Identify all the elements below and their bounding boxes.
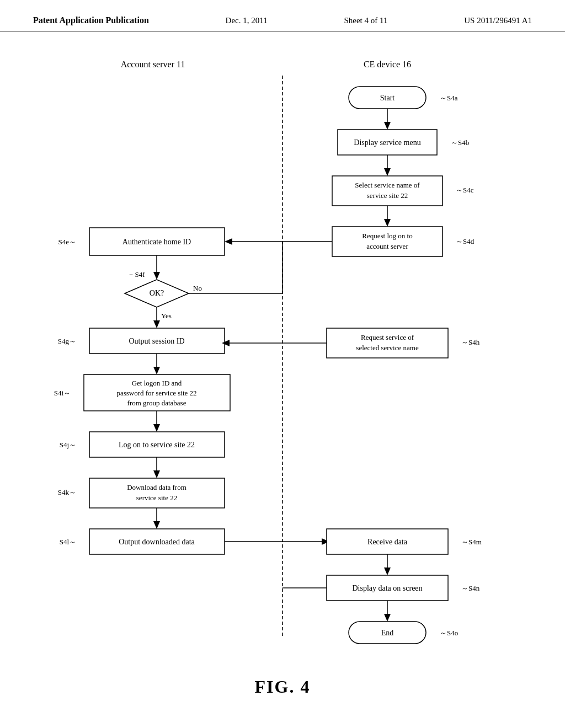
step-s4j-id: S4j～ [60, 441, 76, 449]
arrowhead-s4i-s4j [153, 424, 160, 432]
step-s4n-id: ～S4n [461, 584, 480, 592]
step-s4h-text2: selected service name [356, 344, 419, 352]
step-s4e-text: Authenticate home ID [122, 238, 191, 246]
step-s4m-id: ～S4m [461, 538, 482, 546]
header-sheet: Sheet 4 of 11 [344, 16, 387, 25]
step-s4i-text1: Get logon ID and [132, 379, 182, 387]
step-s4k-text1: Download data from [127, 483, 186, 491]
step-s4k-text2: service site 22 [136, 494, 177, 502]
step-s4b-id: ～S4b [451, 138, 469, 147]
step-s4d-text2: account server [366, 242, 408, 250]
step-s4l-text: Output downloaded data [119, 538, 195, 546]
step-s4c-text2: service site 22 [367, 191, 408, 200]
account-server-label: Account server 11 [121, 60, 185, 69]
header-patent: US 2011/296491 A1 [464, 16, 532, 25]
header-publication: Patent Application Publication [33, 15, 149, 25]
step-s4a-label: Start [380, 94, 395, 102]
arrowhead-s4b-s4c [384, 168, 391, 176]
step-s4c-id: ～S4c [456, 186, 474, 194]
arrowhead-s4j-s4k [153, 470, 160, 478]
fig-label: FIG. 4 [0, 677, 565, 697]
arrowhead-s4a-s4b [384, 122, 391, 130]
step-s4l-id: S4l～ [60, 538, 76, 546]
step-s4o-text: End [381, 629, 394, 637]
step-s4e-id: S4e～ [58, 238, 77, 246]
step-s4k-id: S4k～ [58, 488, 76, 496]
step-s4i-id: S4i～ [54, 389, 71, 397]
ce-device-label: CE device 16 [364, 60, 411, 69]
step-s4j-text: Log on to service site 22 [119, 441, 195, 449]
step-s4c-text1: Select service name of [355, 181, 420, 189]
step-s4n-text: Display data on screen [352, 584, 422, 592]
diagram-area: Account server 11 CE device 16 Start ～S4… [0, 31, 565, 671]
step-s4h-text1: Request service of [361, 333, 414, 341]
arrowhead-s4n-s4o [384, 614, 391, 622]
no-label: No [193, 284, 202, 292]
step-s4g-text: Output session ID [129, 337, 184, 345]
arrowhead-yes [153, 320, 160, 328]
step-s4i-text2: password for service site 22 [116, 389, 196, 397]
arrowhead-s4k-s4l [153, 521, 160, 529]
step-s4b-text: Display service menu [354, 138, 420, 147]
step-s4d-text1: Request log on to [362, 232, 412, 240]
step-s4h-id: ～S4h [461, 338, 480, 346]
step-s4i-text3: from group database [127, 399, 186, 407]
page-header: Patent Application Publication Dec. 1, 2… [0, 0, 565, 31]
step-s4a-id: ～S4a [440, 94, 458, 102]
yes-label: Yes [161, 312, 172, 320]
step-s4f-text: OK? [150, 289, 164, 297]
arrowhead-s4g-s4i [153, 367, 160, 374]
step-s4d-id: ～S4d [456, 237, 475, 245]
arrowhead-s4m-s4n [384, 568, 391, 575]
step-s4o-id: ～S4o [440, 629, 458, 637]
header-date: Dec. 1, 2011 [226, 16, 268, 25]
step-s4m-text: Receive data [367, 538, 408, 546]
arrowhead-s4d-s4e [225, 238, 232, 245]
arrowhead-s4e-s4f [153, 272, 160, 280]
arrowhead-s4c-s4d [384, 219, 391, 227]
step-s4f-id: －S4f [127, 270, 145, 279]
step-s4g-id: S4g～ [58, 337, 76, 345]
flowchart-svg: Account server 11 CE device 16 Start ～S4… [45, 48, 520, 655]
